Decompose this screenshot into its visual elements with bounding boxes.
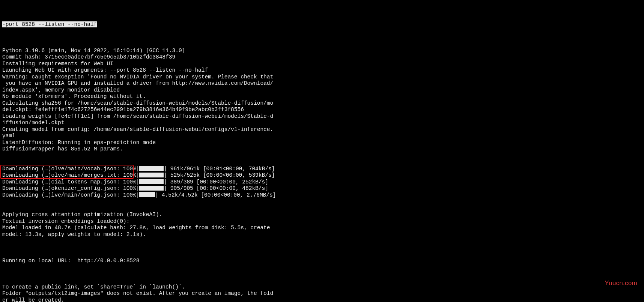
terminal-line: Launching Web UI with arguments: --port … bbox=[2, 67, 642, 74]
download-progress-line: Downloading (…)olve/main/vocab.json: 100… bbox=[2, 166, 642, 173]
terminal-line: Model loaded in 48.7s (calculate hash: 2… bbox=[2, 225, 642, 231]
download-progress-line: Downloading (…)okenizer_config.json: 100… bbox=[2, 185, 642, 192]
terminal-line: er will be created. bbox=[2, 297, 642, 302]
terminal-line: LatentDiffusion: Running in eps-predicti… bbox=[2, 140, 642, 146]
terminal-output[interactable]: -port 8528 --listen --no-half Python 3.1… bbox=[0, 0, 644, 302]
progress-bar bbox=[139, 166, 164, 171]
terminal-line: Applying cross attention optimization (I… bbox=[2, 212, 642, 218]
terminal-line: -port 8528 --listen --no-half bbox=[2, 21, 642, 28]
terminal-line: No module 'xformers'. Proceeding without… bbox=[2, 93, 642, 100]
download-progress-line: Downloading (…)lve/main/config.json: 100… bbox=[2, 192, 642, 199]
progress-bar bbox=[139, 186, 164, 191]
terminal-line: Loading weights [fe4efff1e1] from /home/… bbox=[2, 113, 642, 120]
progress-suffix: | 905/905 [00:00<00:00, 482kB/s] bbox=[164, 185, 268, 191]
terminal-line: Textual inversion embeddings loaded(0): bbox=[2, 218, 642, 225]
terminal-line: you have an NVIDIA GPU and installed a d… bbox=[2, 80, 642, 87]
progress-bar bbox=[139, 179, 164, 184]
progress-prefix: Downloading (…)okenizer_config.json: 100… bbox=[2, 185, 139, 191]
terminal-line: index.aspx', memory monitor disabled bbox=[2, 87, 642, 94]
progress-prefix: Downloading (…)lve/main/config.json: 100… bbox=[2, 192, 139, 198]
highlighted-args: -port 8528 --listen --no-half bbox=[2, 21, 97, 27]
progress-bar bbox=[139, 192, 155, 197]
terminal-line: yaml bbox=[2, 133, 642, 140]
terminal-line: Folder "outputs/txt2img-images" does not… bbox=[2, 290, 642, 297]
terminal-line: To create a public link, set `share=True… bbox=[2, 284, 642, 291]
download-progress-line: Downloading (…)cial_tokens_map.json: 100… bbox=[2, 179, 642, 186]
download-progress-line: Downloading (…)olve/main/merges.txt: 100… bbox=[2, 172, 642, 179]
progress-suffix: | 525k/525k [00:00<00:00, 539kB/s] bbox=[164, 172, 275, 178]
terminal-line: Warning: caught exception 'Found no NVID… bbox=[2, 74, 642, 81]
progress-prefix: Downloading (…)cial_tokens_map.json: 100… bbox=[2, 179, 139, 185]
terminal-line: model: 13.3s, apply weights to model: 2.… bbox=[2, 231, 642, 238]
terminal-line-running-url: Running on local URL: http://0.0.0.0:852… bbox=[2, 258, 642, 264]
progress-prefix: Downloading (…)olve/main/vocab.json: 100… bbox=[2, 166, 139, 172]
terminal-line: Python 3.10.6 (main, Nov 14 2022, 16:10:… bbox=[2, 48, 642, 54]
progress-suffix: | 389/389 [00:00<00:00, 252kB/s] bbox=[164, 179, 268, 185]
terminal-line: Calculating sha256 for /home/sean/stable… bbox=[2, 100, 642, 107]
terminal-line: iffusion/model.ckpt bbox=[2, 120, 642, 126]
terminal-line: DiffusionWrapper has 859.52 M params. bbox=[2, 146, 642, 153]
progress-prefix: Downloading (…)olve/main/merges.txt: 100… bbox=[2, 172, 139, 178]
watermark: Yuucn.com bbox=[605, 280, 637, 287]
terminal-line: Creating model from config: /home/sean/s… bbox=[2, 126, 642, 133]
terminal-line: Installing requirements for Web UI bbox=[2, 61, 642, 68]
terminal-line: Commit hash: 3715ece0adce7bf7c5e9c5ab371… bbox=[2, 54, 642, 61]
progress-suffix: | 4.52k/4.52k [00:00<00:00, 2.76MB/s] bbox=[155, 192, 276, 198]
terminal-line: del.ckpt: fe4efff1e174c627256e44ec2991ba… bbox=[2, 107, 642, 113]
progress-bar bbox=[139, 173, 164, 177]
progress-suffix: | 961k/961k [00:01<00:00, 704kB/s] bbox=[164, 166, 275, 172]
